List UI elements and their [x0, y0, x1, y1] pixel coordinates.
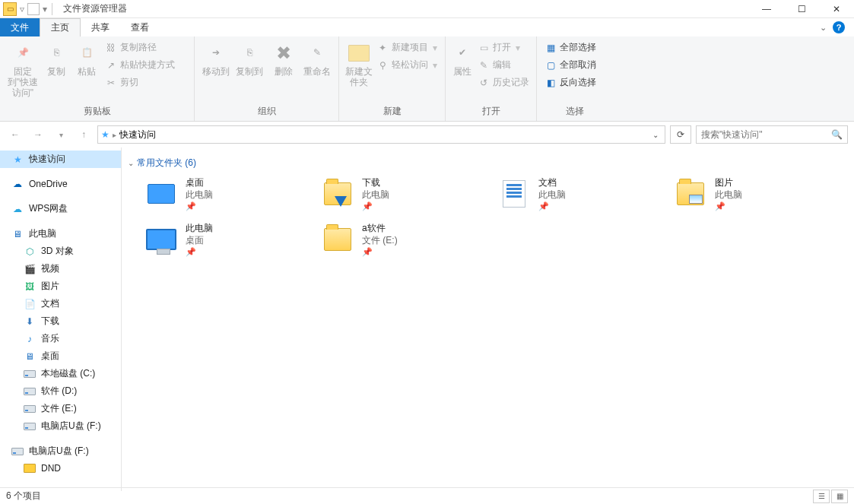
star-icon: ★ — [11, 154, 24, 166]
music-icon: ♪ — [23, 333, 37, 345]
path-icon: ⛓ — [105, 42, 117, 54]
tree-downloads[interactable]: ⬇下载 — [0, 312, 121, 330]
paste-button[interactable]: 📋 粘贴 — [71, 38, 102, 78]
file-item[interactable]: 下载此电脑📌 — [316, 174, 493, 220]
history-button[interactable]: ↺历史记录 — [475, 74, 532, 90]
tree-wps[interactable]: ☁WPS网盘 — [0, 200, 121, 217]
address-bar[interactable]: ★ ▸ 快速访问 ⌄ — [97, 125, 665, 144]
tree-documents[interactable]: 📄文档 — [0, 295, 121, 312]
forward-button[interactable]: → — [29, 125, 47, 144]
tree-pictures[interactable]: 🖼图片 — [0, 277, 121, 295]
tree-onedrive[interactable]: ☁OneDrive — [0, 176, 121, 192]
documents-icon: 📄 — [23, 298, 37, 310]
rename-button[interactable]: ✎重命名 — [300, 38, 334, 78]
file-item[interactable]: a软件文件 (E:)📌 — [316, 220, 493, 265]
tree-drive-c[interactable]: 本地磁盘 (C:) — [0, 365, 121, 382]
cut-button[interactable]: ✂剪切 — [102, 74, 178, 90]
copy-button[interactable]: ⎘ 复制 — [41, 38, 71, 78]
select-none-button[interactable]: ▢全部取消 — [541, 57, 599, 73]
back-button[interactable]: ← — [6, 125, 24, 144]
nav-tree[interactable]: ★快速访问 ☁OneDrive ☁WPS网盘 🖥此电脑 ⬡3D 对象 🎬视频 🖼… — [0, 147, 122, 491]
item-location: 文件 (E:) — [362, 235, 398, 247]
tree-quick-access[interactable]: ★快速访问 — [0, 151, 121, 168]
file-item[interactable]: 图片此电脑📌 — [669, 174, 846, 220]
group-header[interactable]: ⌄ 常用文件夹 (6) — [122, 154, 854, 174]
delete-button[interactable]: ✖删除 — [267, 38, 300, 78]
group-label: 剪贴板 — [5, 103, 189, 121]
drive-icon — [23, 420, 37, 433]
tab-share[interactable]: 共享 — [81, 18, 120, 36]
copy-icon: ⎘ — [44, 41, 68, 65]
pc-icon — [143, 223, 179, 256]
quick-access-toolbar: ▭ ▿ ▾ — [0, 2, 57, 16]
pin-to-quick-access-button[interactable]: 📌 固定到"快速访问" — [5, 38, 41, 98]
address-dropdown-icon[interactable]: ⌄ — [652, 131, 662, 139]
copy-path-button[interactable]: ⛓复制路径 — [102, 40, 178, 55]
tree-drive-f2[interactable]: 电脑店U盘 (F:) — [0, 442, 121, 460]
tab-file[interactable]: 文件 — [0, 18, 40, 36]
item-location: 桌面 — [186, 235, 213, 247]
select-all-button[interactable]: ▦全部选择 — [541, 40, 599, 55]
qat-button[interactable]: ▿ — [20, 4, 24, 14]
recent-locations-button[interactable]: ▾ — [52, 125, 70, 144]
new-folder-button[interactable]: 新建文件夹 — [344, 38, 373, 88]
move-to-button[interactable]: ➔移动到 — [199, 38, 233, 78]
tree-dnd[interactable]: DND — [0, 460, 121, 477]
file-item[interactable]: 文档此电脑📌 — [493, 174, 669, 220]
tree-drive-e[interactable]: 文件 (E:) — [0, 400, 121, 417]
downloads-icon: ⬇ — [23, 315, 37, 328]
tab-view[interactable]: 查看 — [120, 18, 160, 36]
collapse-ribbon-icon[interactable]: ⌄ — [820, 23, 827, 33]
tree-videos[interactable]: 🎬视频 — [0, 260, 121, 277]
file-item[interactable]: 桌面此电脑📌 — [140, 174, 316, 220]
pc-icon: 🖥 — [11, 228, 24, 240]
item-name: 此电脑 — [186, 223, 213, 235]
file-item[interactable]: 此电脑桌面📌 — [140, 220, 316, 265]
search-box[interactable]: 🔍 — [696, 125, 848, 144]
tree-drive-d[interactable]: 软件 (D:) — [0, 382, 121, 400]
new-folder-icon — [347, 41, 371, 65]
item-name: 桌面 — [186, 177, 213, 189]
refresh-button[interactable]: ⟳ — [670, 125, 691, 144]
folder-icon — [23, 462, 37, 474]
maximize-button[interactable]: ☐ — [784, 0, 819, 18]
item-location: 此电脑 — [715, 189, 742, 201]
breadcrumb[interactable]: 快速访问 — [119, 128, 156, 141]
app-icon: ▭ — [3, 2, 17, 16]
tree-music[interactable]: ♪音乐 — [0, 330, 121, 347]
select-all-icon: ▦ — [544, 42, 557, 54]
title-bar: ▭ ▿ ▾ 文件资源管理器 ― ☐ ✕ — [0, 0, 854, 18]
up-button[interactable]: ↑ — [75, 125, 93, 144]
search-input[interactable] — [701, 129, 831, 140]
history-icon: ↺ — [478, 77, 490, 89]
paste-shortcut-button[interactable]: ↗粘贴快捷方式 — [102, 57, 178, 73]
qat-overflow[interactable]: ▾ — [43, 4, 47, 14]
copy-to-button[interactable]: ⎘复制到 — [233, 38, 266, 78]
details-view-button[interactable]: ☰ — [813, 490, 830, 503]
close-button[interactable]: ✕ — [819, 0, 854, 18]
invert-selection-button[interactable]: ◧反向选择 — [541, 74, 599, 90]
properties-icon: ✔ — [450, 41, 475, 65]
edit-button[interactable]: ✎编辑 — [475, 57, 532, 73]
tree-3d-objects[interactable]: ⬡3D 对象 — [0, 242, 121, 260]
tab-home[interactable]: 主页 — [40, 18, 81, 36]
window-title: 文件资源管理器 — [63, 2, 127, 15]
easy-access-button[interactable]: ⚲轻松访问▾ — [373, 57, 440, 73]
content-area[interactable]: ⌄ 常用文件夹 (6) 桌面此电脑📌下载此电脑📌文档此电脑📌图片此电脑📌此电脑桌… — [122, 147, 854, 491]
properties-button[interactable]: ✔属性 — [450, 38, 475, 78]
open-button[interactable]: ▭打开▾ — [475, 40, 532, 55]
tree-drive-f[interactable]: 电脑店U盘 (F:) — [0, 417, 121, 435]
icons-view-button[interactable]: ▦ — [831, 490, 848, 503]
quick-access-icon: ★ — [101, 129, 110, 140]
item-location: 此电脑 — [362, 189, 389, 201]
nav-bar: ← → ▾ ↑ ★ ▸ 快速访问 ⌄ ⟳ 🔍 — [0, 122, 854, 147]
new-item-button[interactable]: ✦新建项目▾ — [373, 40, 440, 55]
item-name: 文档 — [538, 177, 566, 189]
qat-button[interactable] — [27, 3, 40, 15]
search-icon[interactable]: 🔍 — [831, 129, 843, 140]
open-icon: ▭ — [478, 42, 490, 54]
tree-this-pc[interactable]: 🖥此电脑 — [0, 225, 121, 242]
tree-desktop[interactable]: 🖥桌面 — [0, 347, 121, 365]
minimize-button[interactable]: ― — [749, 0, 784, 18]
help-icon[interactable]: ? — [833, 21, 845, 33]
